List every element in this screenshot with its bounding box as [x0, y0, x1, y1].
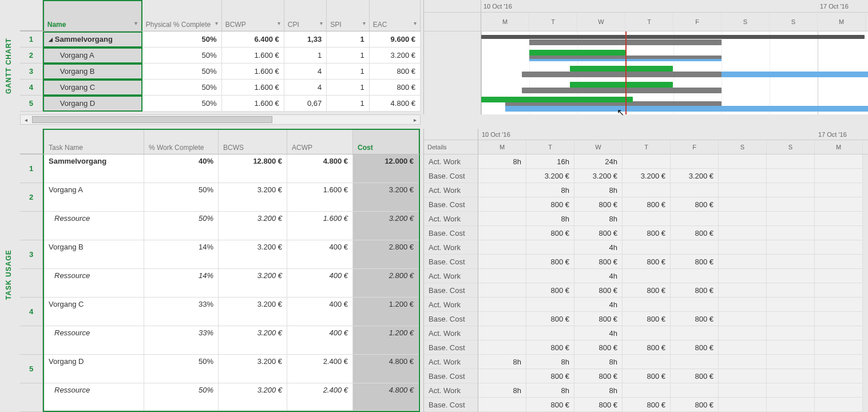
gantt-bar[interactable]	[481, 97, 633, 102]
detail-cell[interactable]: 8h	[574, 355, 623, 369]
col-bcwp[interactable]: BCWP▾	[222, 0, 284, 31]
row-id[interactable]: 2	[20, 47, 43, 64]
detail-cell[interactable]	[719, 154, 767, 169]
detail-cell[interactable]	[719, 240, 767, 255]
cell-phys[interactable]: 50%	[142, 96, 222, 112]
gantt-row[interactable]: 2Vorgang A50%1.600 €113.200 €	[20, 47, 421, 64]
cell-bcwp[interactable]: 6.400 €	[222, 31, 284, 47]
cell-cpi[interactable]: 0,67	[284, 96, 327, 112]
detail-cell[interactable]	[815, 169, 863, 183]
detail-cell[interactable]: 3.200 €	[574, 169, 623, 183]
row-id[interactable]: 1	[20, 154, 43, 183]
usage-row[interactable]: Ressource33%3.200 €400 €1.200 €	[20, 326, 421, 355]
detail-cell[interactable]	[526, 240, 574, 255]
cell-cost[interactable]: 3.200 €	[353, 183, 419, 212]
detail-cell[interactable]	[526, 298, 574, 312]
col-physical-complete[interactable]: Physical % Complete▾	[142, 0, 222, 31]
detail-cell[interactable]	[767, 269, 815, 283]
detail-cell[interactable]: 800 €	[574, 340, 623, 355]
cell-cost[interactable]: 1.200 €	[353, 326, 419, 355]
detail-cell[interactable]	[671, 355, 719, 369]
cell-work-complete[interactable]: 33%	[144, 298, 219, 326]
detail-cell[interactable]	[767, 340, 815, 355]
detail-cell[interactable]	[767, 226, 815, 240]
detail-cell[interactable]: 800 €	[671, 283, 719, 298]
cell-name[interactable]: Vorgang A	[44, 49, 141, 62]
detail-cell[interactable]	[815, 398, 863, 412]
col-acwp[interactable]: ACWP	[287, 130, 353, 154]
detail-cell[interactable]	[815, 255, 863, 269]
cell-acwp[interactable]: 1.600 €	[287, 212, 353, 240]
cell-task-name[interactable]: Sammelvorgang	[44, 154, 144, 183]
col-work-complete[interactable]: % Work Complete	[144, 130, 219, 154]
detail-cell[interactable]	[671, 212, 719, 226]
row-id[interactable]: 2	[20, 183, 43, 212]
detail-cell[interactable]	[767, 154, 815, 169]
detail-cell[interactable]	[623, 154, 671, 169]
detail-cell[interactable]	[671, 240, 719, 255]
cell-phys[interactable]: 50%	[142, 47, 222, 64]
detail-cell[interactable]: 8h	[478, 355, 526, 369]
detail-cell[interactable]	[478, 298, 526, 312]
row-id[interactable]	[20, 326, 43, 355]
detail-cell[interactable]: 3.200 €	[623, 169, 671, 183]
cell-task-name[interactable]: Ressource	[44, 212, 144, 240]
cell-cpi[interactable]: 4	[284, 64, 327, 80]
detail-cell[interactable]: 800 €	[671, 312, 719, 326]
detail-cell[interactable]: 8h	[526, 183, 574, 197]
detail-cell[interactable]: 800 €	[526, 226, 574, 240]
detail-cell[interactable]	[671, 298, 719, 312]
detail-cell[interactable]	[815, 283, 863, 298]
detail-cell[interactable]	[767, 355, 815, 369]
detail-cell[interactable]: 800 €	[526, 283, 574, 298]
detail-cell[interactable]: 800 €	[671, 197, 719, 212]
detail-cell[interactable]: 800 €	[623, 226, 671, 240]
detail-cell[interactable]: 4h	[574, 298, 623, 312]
cell-cpi[interactable]: 1	[284, 47, 327, 64]
cell-bcws[interactable]: 3.200 €	[219, 240, 287, 269]
cell-acwp[interactable]: 2.400 €	[287, 355, 353, 383]
row-id[interactable]: 3	[20, 64, 43, 80]
detail-cell[interactable]	[767, 326, 815, 340]
detail-cell[interactable]	[623, 298, 671, 312]
gantt-bar[interactable]	[481, 35, 865, 39]
cell-bcws[interactable]: 3.200 €	[219, 269, 287, 298]
cell-name[interactable]: Vorgang C	[44, 81, 141, 94]
detail-cell[interactable]	[815, 197, 863, 212]
cell-bcwp[interactable]: 1.600 €	[222, 47, 284, 64]
detail-cell[interactable]	[815, 369, 863, 383]
detail-cell[interactable]	[719, 169, 767, 183]
scroll-left-icon[interactable]: ◂	[21, 117, 31, 123]
detail-cell[interactable]	[719, 312, 767, 326]
cell-bcws[interactable]: 12.800 €	[219, 154, 287, 183]
dropdown-icon[interactable]: ▾	[134, 20, 137, 26]
col-bcws[interactable]: BCWS	[219, 130, 287, 154]
cell-eac[interactable]: 4.800 €	[370, 96, 421, 112]
detail-cell[interactable]: 800 €	[574, 197, 623, 212]
detail-cell[interactable]	[478, 212, 526, 226]
detail-cell[interactable]: 800 €	[526, 398, 574, 412]
dropdown-icon[interactable]: ▾	[278, 20, 280, 26]
cell-eac[interactable]: 800 €	[370, 64, 421, 80]
detail-cell[interactable]	[767, 283, 815, 298]
gantt-bar[interactable]	[570, 82, 673, 88]
detail-cell[interactable]: 8h	[478, 154, 526, 169]
row-id[interactable]	[20, 269, 43, 298]
detail-cell[interactable]	[767, 398, 815, 412]
detail-cell[interactable]: 800 €	[526, 369, 574, 383]
row-id[interactable]: 3	[20, 240, 43, 269]
detail-cell[interactable]: 8h	[526, 355, 574, 369]
detail-cell[interactable]: 800 €	[574, 226, 623, 240]
cell-acwp[interactable]: 400 €	[287, 240, 353, 269]
detail-cell[interactable]	[478, 398, 526, 412]
detail-cell[interactable]	[478, 369, 526, 383]
cell-work-complete[interactable]: 14%	[144, 240, 219, 269]
detail-cell[interactable]	[767, 312, 815, 326]
detail-cell[interactable]	[478, 312, 526, 326]
cell-phys[interactable]: 50%	[142, 80, 222, 96]
detail-cell[interactable]: 8h	[526, 212, 574, 226]
detail-cell[interactable]	[671, 183, 719, 197]
detail-cell[interactable]	[478, 183, 526, 197]
detail-cell[interactable]	[719, 355, 767, 369]
cell-acwp[interactable]: 4.800 €	[287, 154, 353, 183]
